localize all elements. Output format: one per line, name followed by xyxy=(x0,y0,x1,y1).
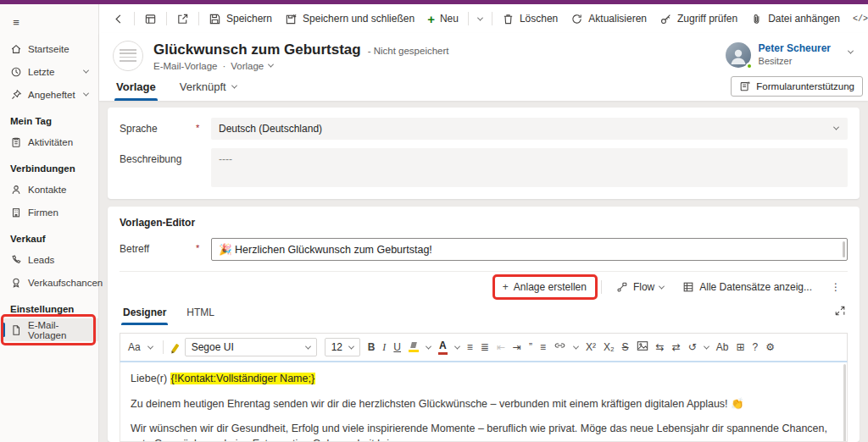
grid-icon xyxy=(682,281,694,293)
flow-button[interactable]: Flow xyxy=(609,279,670,296)
subscript-icon[interactable]: X₂ xyxy=(604,341,615,353)
flow-label: Flow xyxy=(633,281,654,293)
chevron-down-icon xyxy=(83,91,89,97)
strikethrough-icon[interactable]: S xyxy=(622,341,629,353)
refresh-label: Aktualisieren xyxy=(588,13,647,25)
content-area: Sprache * Deutsch (Deutschland) Beschrei… xyxy=(99,101,868,442)
owner-avatar xyxy=(726,42,751,68)
owner-control[interactable]: Peter Scheurer Besitzer xyxy=(726,42,831,68)
description-field[interactable]: ---- xyxy=(211,148,848,187)
form-assist-button[interactable]: Formularunterstützung xyxy=(731,76,863,97)
form-assist-label: Formularunterstützung xyxy=(756,81,854,91)
owner-role: Besitzer xyxy=(759,56,831,66)
save-and-close-button[interactable]: Speichern und schließen xyxy=(279,8,420,30)
attach-file-button[interactable]: Datei anhängen xyxy=(744,8,846,30)
sidebar-item-letzte[interactable]: Letzte xyxy=(0,60,98,83)
popout-icon[interactable] xyxy=(170,8,195,30)
sidebar-item-label: Kontakte xyxy=(28,185,66,195)
divider xyxy=(468,12,469,25)
undo-icon[interactable]: ↺ xyxy=(688,341,697,353)
font-size-select[interactable]: 12 xyxy=(325,338,360,356)
divider xyxy=(492,12,492,25)
tab-verknuepft[interactable]: Verknüpft xyxy=(178,77,238,101)
save-button[interactable]: Speichern xyxy=(203,8,278,30)
language-field[interactable]: Deutsch (Deutschland) xyxy=(211,118,848,140)
insert-image-icon[interactable] xyxy=(637,340,648,354)
check-access-label: Zugriff prüfen xyxy=(677,13,737,25)
page-title: Glückwunsch zum Geburtstag xyxy=(153,41,361,58)
sidebar-item-label: Verkaufschancen xyxy=(28,278,103,288)
blockquote-icon[interactable]: ” xyxy=(529,341,532,353)
sidebar-item-angeheftet[interactable]: Angeheftet xyxy=(0,83,98,106)
sidebar-item-verkaufschancen[interactable]: Verkaufschancen xyxy=(0,271,98,294)
key-icon xyxy=(659,13,672,25)
chevron-down-icon xyxy=(426,343,431,349)
align-icon[interactable]: ≡ xyxy=(540,341,546,353)
new-button[interactable]: + Neu xyxy=(421,8,465,30)
font-family-select[interactable]: Segoe UI xyxy=(185,338,317,356)
editor-scrollbar[interactable] xyxy=(843,364,846,442)
ltr-icon[interactable]: ⇆ xyxy=(656,341,665,353)
sidebar-item-leads[interactable]: Leads xyxy=(0,248,98,271)
delete-button[interactable]: Löschen xyxy=(496,8,564,30)
sidebar-item-email-vorlagen[interactable]: E-Mail-Vorlagen xyxy=(0,318,98,341)
tab-vorlage[interactable]: Vorlage xyxy=(114,77,158,101)
sidebar-group-einstellungen: Einstellungen xyxy=(0,294,98,318)
format-styles-icon[interactable]: Aa xyxy=(128,341,141,353)
save-close-icon xyxy=(285,13,298,25)
outdent-icon[interactable]: ⇤ xyxy=(497,341,505,353)
entity-type-label: E-Mail-Vorlage xyxy=(153,61,217,71)
bold-icon[interactable]: B xyxy=(368,341,376,353)
new-dropdown-button[interactable] xyxy=(472,13,488,25)
insert-table-icon[interactable]: ⊞ xyxy=(736,341,744,353)
description-value: ---- xyxy=(219,153,232,165)
subject-input[interactable]: 🎉 Herzlichen Glückwunsch zum Geburtstag! xyxy=(211,238,848,261)
email-body-editor[interactable]: Liebe(r) {!Kontakt:Vollständiger Name;} … xyxy=(120,362,848,442)
designer-tabs: Designer HTML xyxy=(120,303,848,325)
code-icon: </> xyxy=(853,14,868,24)
sidebar-item-kontakte[interactable]: Kontakte xyxy=(0,178,98,201)
subject-scrollbar[interactable] xyxy=(843,241,845,257)
superscript-icon[interactable]: X² xyxy=(586,341,596,353)
check-access-button[interactable]: Zugriff prüfen xyxy=(654,8,743,30)
create-attachment-button[interactable]: + Anlage erstellen xyxy=(496,279,593,296)
show-all-records-button[interactable]: Alle Datensätze anzeig... xyxy=(676,279,819,296)
link-icon[interactable] xyxy=(554,340,566,353)
help-icon[interactable]: ? xyxy=(753,341,759,353)
pin-icon xyxy=(10,89,22,101)
insert-dynamic-text-button[interactable]: </> Dynamischen Text einf... xyxy=(847,8,868,29)
expand-editor-icon[interactable] xyxy=(834,305,846,320)
back-button[interactable] xyxy=(106,8,131,30)
format-painter-icon[interactable] xyxy=(171,344,179,352)
divider xyxy=(134,12,135,25)
settings-gear-icon[interactable]: ⚙ xyxy=(765,341,775,353)
form-selector[interactable]: Vorlage xyxy=(231,61,264,71)
clock-icon xyxy=(10,66,22,78)
italic-icon[interactable]: I xyxy=(382,341,386,353)
bullet-list-icon[interactable]: ≡ xyxy=(467,341,473,353)
owner-name[interactable]: Peter Scheurer xyxy=(759,42,831,54)
sidebar-item-firmen[interactable]: Firmen xyxy=(0,201,98,224)
font-color-icon[interactable]: A xyxy=(438,340,448,354)
refresh-button[interactable]: Aktualisieren xyxy=(565,8,653,30)
tab-designer[interactable]: Designer xyxy=(121,303,168,325)
indent-icon[interactable]: ⇥ xyxy=(513,341,521,353)
building-icon xyxy=(10,207,22,218)
underline-icon[interactable]: U xyxy=(393,341,401,353)
highlight-icon[interactable] xyxy=(409,342,419,352)
editor-overflow-button[interactable]: ⋮ xyxy=(824,279,848,295)
sidebar-item-startseite[interactable]: Startseite xyxy=(0,37,98,60)
numbered-list-icon[interactable]: ≣ xyxy=(481,341,489,353)
divider xyxy=(198,12,199,25)
rtl-icon[interactable]: ⇄ xyxy=(672,341,681,353)
chevron-down-icon xyxy=(659,283,665,289)
save-label: Speichern xyxy=(226,13,272,25)
tab-label: Vorlage xyxy=(116,80,156,93)
tab-html[interactable]: HTML xyxy=(185,303,216,325)
sidebar-item-aktivitaeten[interactable]: Aktivitäten xyxy=(0,130,98,153)
description-label: Beschreibung xyxy=(120,148,196,165)
clear-format-icon[interactable]: Ab xyxy=(716,341,729,353)
chevron-down-icon xyxy=(454,343,460,349)
form-selector-icon[interactable] xyxy=(138,8,163,30)
menu-toggle-button[interactable]: ≡ xyxy=(0,9,98,37)
